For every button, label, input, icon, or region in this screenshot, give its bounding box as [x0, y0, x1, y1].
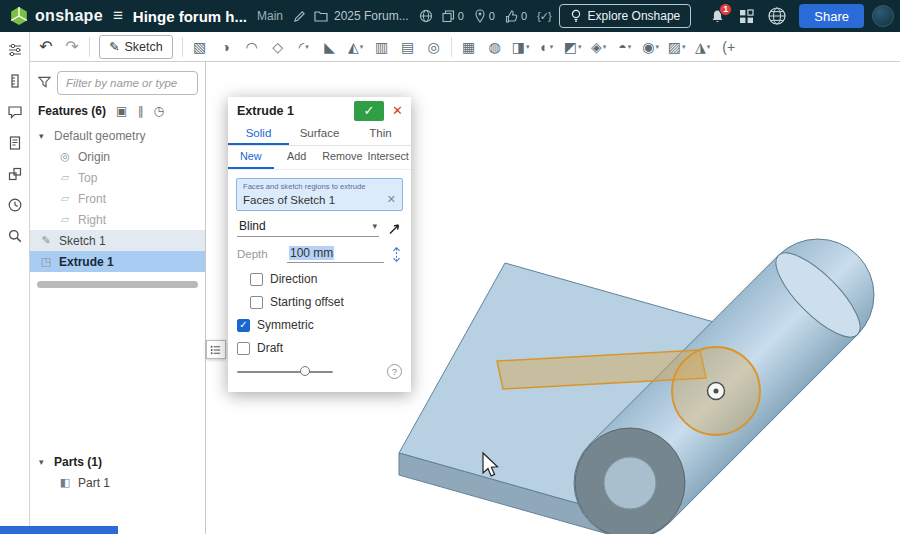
variables-icon[interactable] [5, 72, 25, 90]
tree-item-part-1[interactable]: ◧ Part 1 [30, 472, 205, 493]
help-globe-icon[interactable] [768, 7, 786, 25]
end-condition-dropdown[interactable]: Blind ▾ [237, 219, 379, 237]
undo-button[interactable]: ↶ [34, 35, 58, 59]
checkbox-icon[interactable] [237, 342, 250, 355]
chevron-down-icon[interactable]: ▾ [360, 43, 364, 51]
parts-header[interactable]: ▾ Parts (1) [30, 451, 205, 472]
chevron-down-icon[interactable]: ▾ [682, 43, 686, 51]
tree-item-origin[interactable]: ◎ Origin [30, 146, 205, 167]
share-button[interactable]: Share [799, 4, 864, 28]
chevron-down-icon[interactable]: ▾ [578, 43, 582, 51]
filter-funnel-icon[interactable] [37, 75, 52, 92]
measure-icon[interactable]: ◮▾ [691, 35, 715, 59]
draft-option-row[interactable]: Draft [237, 341, 402, 355]
configurations-icon[interactable] [5, 41, 25, 59]
public-globe-icon[interactable] [419, 9, 433, 23]
chevron-down-icon[interactable]: ▾ [550, 43, 554, 51]
chamfer-icon[interactable]: ◣ [318, 35, 342, 59]
history-icon[interactable] [5, 196, 25, 214]
folder-label[interactable]: 2025 Forum... [334, 9, 409, 23]
insert-feature-icon[interactable]: ▣ [116, 104, 127, 118]
flip-direction-icon[interactable] [387, 221, 402, 236]
document-notes-icon[interactable] [5, 134, 25, 152]
sweep-icon[interactable]: ◠ [240, 35, 264, 59]
op-tab-intersect[interactable]: Intersect [365, 146, 411, 169]
onshape-logo-icon[interactable] [8, 5, 30, 27]
chevron-down-icon[interactable]: ▾ [526, 43, 530, 51]
redo-button[interactable]: ↷ [60, 35, 84, 59]
chevron-down-icon[interactable]: ▾ [305, 43, 309, 51]
explore-onshape-button[interactable]: Explore Onshape [559, 4, 692, 28]
clear-selection-icon[interactable]: ✕ [387, 193, 396, 206]
linear-pattern-icon[interactable]: ▦ [457, 35, 481, 59]
op-tab-new[interactable]: New [228, 146, 274, 169]
symmetric-option-row[interactable]: Symmetric [237, 318, 402, 332]
fillet-icon[interactable]: ◜▾ [292, 35, 316, 59]
hamburger-menu-icon[interactable]: ≡ [113, 6, 123, 26]
shell-icon[interactable]: ▤ [396, 35, 420, 59]
customize-toolbar-icon[interactable]: (+ [717, 35, 741, 59]
appearance-icon[interactable]: ◓▾ [613, 35, 637, 59]
rib-icon[interactable]: ▥ [370, 35, 394, 59]
tree-item-top-plane[interactable]: ▱ Top [30, 167, 205, 188]
follows-count[interactable]: 0 [474, 9, 495, 23]
faces-selection-field[interactable]: Faces and sketch regions to extrude Face… [236, 178, 403, 211]
tree-group-default-geometry[interactable]: ▾ Default geometry [30, 125, 205, 146]
caret-down-icon[interactable]: ▾ [39, 457, 48, 467]
chevron-down-icon[interactable]: ▾ [628, 43, 632, 51]
tree-item-right-plane[interactable]: ▱ Right [30, 209, 205, 230]
notifications-bell-icon[interactable]: 1 [710, 9, 725, 24]
surface-icon[interactable]: ◉▾ [639, 35, 663, 59]
revolve-icon[interactable]: ◑ [214, 35, 238, 59]
circular-pattern-icon[interactable]: ◍ [483, 35, 507, 59]
selection-list-button[interactable] [206, 340, 226, 359]
tab-thin[interactable]: Thin [350, 124, 411, 145]
horizontal-scrollbar[interactable] [37, 281, 198, 288]
likes-count[interactable]: 0 [505, 10, 527, 23]
checkbox-icon[interactable] [250, 273, 263, 286]
workspace-label[interactable]: Main [257, 9, 283, 23]
op-tab-add[interactable]: Add [274, 146, 320, 169]
checkbox-icon[interactable] [250, 296, 263, 309]
boolean-icon[interactable]: ◐▾ [535, 35, 559, 59]
rollback-history-icon[interactable]: ◷ [153, 104, 163, 118]
tree-item-extrude-1[interactable]: ◳ Extrude 1 [30, 251, 205, 272]
barrel-hole[interactable] [604, 457, 656, 509]
tab-surface[interactable]: Surface [289, 124, 350, 145]
document-title[interactable]: Hinge forum h... [133, 8, 247, 25]
sketch-button[interactable]: ✎ Sketch [99, 35, 173, 59]
caret-down-icon[interactable]: ▾ [39, 131, 48, 141]
rename-pencil-icon[interactable] [293, 10, 306, 23]
draft-slider[interactable] [237, 371, 333, 373]
suspend-rebuild-icon[interactable]: ∥ [137, 104, 143, 118]
copies-count[interactable]: 0 [442, 10, 464, 23]
checkbox-icon[interactable] [237, 319, 250, 332]
dialog-title-bar[interactable]: Extrude 1 ✓ ✕ [228, 97, 411, 124]
chevron-down-icon[interactable]: ▾ [707, 43, 711, 51]
filter-input[interactable] [57, 71, 198, 95]
cancel-button[interactable]: ✕ [384, 103, 411, 118]
mirror-icon[interactable]: ◨▾ [509, 35, 533, 59]
loft-icon[interactable]: ◇ [266, 35, 290, 59]
slider-handle[interactable] [300, 366, 310, 376]
confirm-button[interactable]: ✓ [354, 101, 384, 121]
chevron-down-icon[interactable]: ▾ [603, 43, 607, 51]
depth-input[interactable]: 100 mm [287, 245, 384, 263]
user-avatar[interactable] [872, 5, 894, 27]
tree-item-front-plane[interactable]: ▱ Front [30, 188, 205, 209]
transform-icon[interactable]: ◈▾ [587, 35, 611, 59]
op-tab-remove[interactable]: Remove [320, 146, 366, 169]
split-icon[interactable]: ◩▾ [561, 35, 585, 59]
starting-offset-option-row[interactable]: Starting offset [250, 295, 402, 309]
help-icon[interactable]: ? [387, 364, 402, 379]
comments-icon[interactable] [5, 103, 25, 121]
measure-direction-icon[interactable] [391, 246, 402, 263]
featurescript-icon[interactable]: {✓} [537, 10, 551, 23]
custom-tables-icon[interactable] [5, 165, 25, 183]
tab-solid[interactable]: Solid [228, 124, 289, 145]
direction-option-row[interactable]: Direction [250, 272, 402, 286]
app-grid-icon[interactable] [739, 9, 754, 24]
hole-icon[interactable]: ◎ [422, 35, 446, 59]
extrude-icon[interactable]: ▧ [188, 35, 212, 59]
search-icon[interactable] [5, 227, 25, 245]
